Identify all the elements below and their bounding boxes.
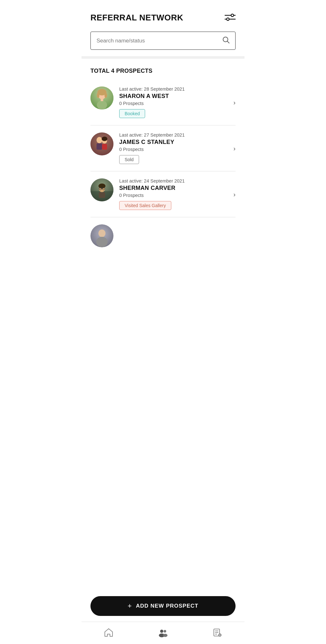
chevron-right-icon: › bbox=[233, 99, 236, 106]
avatar bbox=[90, 132, 113, 155]
prospect-info: Last active: 24 September 2021 SHERMAN C… bbox=[119, 178, 236, 210]
filter-icon[interactable] bbox=[225, 13, 236, 22]
svg-point-14 bbox=[97, 137, 102, 143]
prospect-item[interactable]: Last active: 28 September 2021 SHARON A … bbox=[90, 79, 236, 125]
svg-rect-12 bbox=[101, 99, 103, 101]
svg-point-11 bbox=[97, 101, 107, 109]
chevron-right-icon: › bbox=[233, 145, 236, 152]
status-badge: Sold bbox=[119, 155, 139, 164]
svg-point-29 bbox=[96, 237, 108, 247]
svg-point-9 bbox=[97, 93, 99, 98]
svg-rect-22 bbox=[99, 192, 105, 198]
search-input[interactable] bbox=[97, 38, 222, 44]
prospect-name: JAMES C STANLEY bbox=[119, 139, 236, 146]
prospect-count: 0 Prospects bbox=[119, 147, 236, 152]
svg-point-10 bbox=[105, 93, 107, 98]
last-active: Last active: 28 September 2021 bbox=[119, 86, 236, 92]
svg-point-1 bbox=[231, 14, 234, 17]
prospect-name: SHARON A WEST bbox=[119, 93, 236, 100]
svg-point-3 bbox=[227, 18, 229, 20]
prospect-count: 0 Prospects bbox=[119, 101, 236, 106]
avatar bbox=[90, 224, 113, 247]
search-icon bbox=[222, 36, 229, 45]
avatar bbox=[90, 178, 113, 201]
prospect-name: SHERMAN CARVER bbox=[119, 185, 236, 191]
svg-point-4 bbox=[223, 37, 228, 42]
svg-line-5 bbox=[228, 41, 229, 43]
search-container bbox=[82, 29, 244, 56]
prospect-count: 0 Prospects bbox=[119, 193, 236, 198]
prospect-list: Last active: 28 September 2021 SHARON A … bbox=[82, 79, 244, 247]
prospect-item-partial bbox=[90, 217, 236, 247]
total-prospects-label: TOTAL 4 PROSPECTS bbox=[82, 59, 244, 79]
svg-rect-15 bbox=[97, 143, 102, 150]
last-active: Last active: 27 September 2021 bbox=[119, 132, 236, 138]
page-title: REFERRAL NETWORK bbox=[90, 13, 183, 23]
status-badge: Visited Sales Gallery bbox=[119, 201, 171, 210]
last-active: Last active: 24 September 2021 bbox=[119, 178, 236, 183]
svg-point-18 bbox=[102, 137, 107, 141]
svg-rect-17 bbox=[102, 144, 107, 150]
search-box bbox=[90, 32, 236, 50]
avatar bbox=[90, 86, 113, 109]
header: REFERRAL NETWORK bbox=[82, 0, 244, 29]
status-badge: Booked bbox=[119, 109, 145, 118]
prospect-item[interactable]: Last active: 24 September 2021 SHERMAN C… bbox=[90, 171, 236, 217]
svg-point-28 bbox=[98, 229, 105, 237]
chevron-right-icon: › bbox=[233, 191, 236, 198]
prospect-item[interactable]: Last active: 27 September 2021 JAMES C S… bbox=[90, 125, 236, 171]
section-divider bbox=[82, 56, 244, 59]
prospect-info: Last active: 28 September 2021 SHARON A … bbox=[119, 86, 236, 118]
prospect-info: Last active: 27 September 2021 JAMES C S… bbox=[119, 132, 236, 164]
